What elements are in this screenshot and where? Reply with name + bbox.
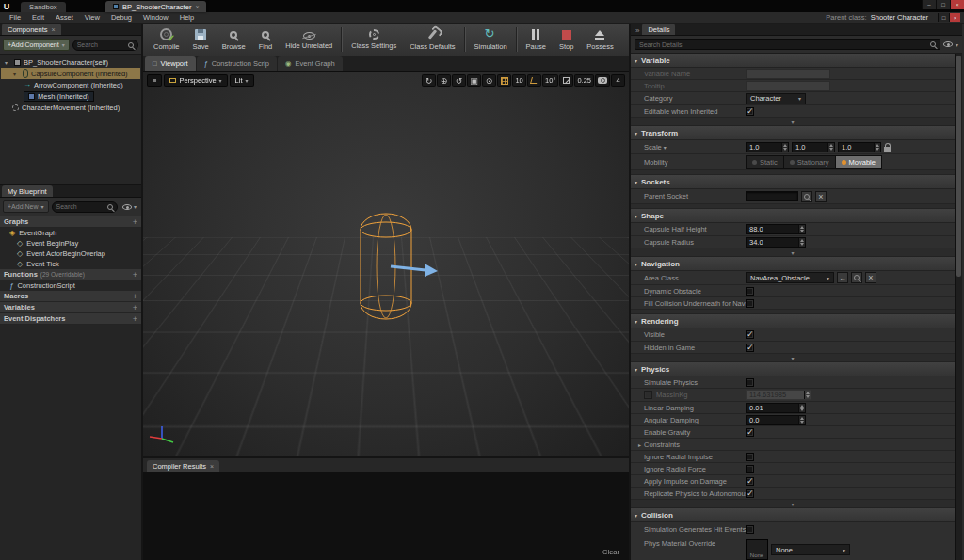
viewport-menu-button[interactable] <box>147 74 162 87</box>
phys-material-thumbnail[interactable]: None <box>746 539 768 560</box>
menu-edit[interactable]: Edit <box>26 13 50 22</box>
compile-button[interactable]: Compile <box>147 24 186 56</box>
view-options-icon[interactable] <box>956 40 958 49</box>
clear-button[interactable]: Clear <box>602 548 619 556</box>
ignore-radial-force-checkbox[interactable] <box>746 465 754 473</box>
simulation-button[interactable]: Simulation <box>468 24 514 56</box>
menu-window[interactable]: Window <box>137 13 174 22</box>
tab-sandbox[interactable]: Sandbox <box>21 2 66 12</box>
capsule-half-height-field[interactable]: 88.0 <box>746 224 806 234</box>
menu-file[interactable]: File <box>4 13 26 22</box>
possess-button[interactable]: Possess <box>580 24 619 56</box>
expander-icon[interactable] <box>5 59 11 66</box>
add-function-icon[interactable] <box>133 270 137 280</box>
chevron-down-icon[interactable] <box>664 143 667 152</box>
angular-damping-field[interactable]: 0.0 <box>746 415 806 425</box>
spinner-icon[interactable] <box>781 143 788 152</box>
minimize-button[interactable] <box>922 0 936 9</box>
visible-checkbox[interactable] <box>746 330 754 339</box>
pause-button[interactable]: Pause <box>520 24 553 56</box>
tab-compiler-results[interactable]: Compiler Results <box>147 460 219 472</box>
use-selected-button[interactable] <box>837 272 848 283</box>
phys-material-dropdown[interactable]: None <box>771 544 850 555</box>
scale-snap-toggle-button[interactable] <box>559 74 573 87</box>
section-physics[interactable]: Physics <box>631 362 955 376</box>
add-new-button[interactable]: +Add New <box>3 200 49 213</box>
close-icon[interactable] <box>210 463 214 470</box>
cycle-transform-tool-button[interactable] <box>422 74 436 87</box>
tab-details[interactable]: Details <box>642 24 675 35</box>
section-variables[interactable]: Variables <box>0 302 141 313</box>
hidden-in-game-checkbox[interactable] <box>746 344 754 352</box>
save-button[interactable]: Save <box>186 24 216 56</box>
property-visibility-icon[interactable] <box>943 41 953 47</box>
scale-tool-button[interactable] <box>467 74 481 87</box>
clear-socket-button[interactable] <box>815 191 827 202</box>
menu-help[interactable]: Help <box>174 13 200 22</box>
clear-area-class-button[interactable] <box>865 272 876 283</box>
class-defaults-button[interactable]: Class Defaults <box>403 24 461 56</box>
tree-row-arrow-component[interactable]: ArrowComponent (Inherited) <box>0 79 141 90</box>
advanced-expander[interactable] <box>631 500 955 508</box>
constraints-expander[interactable]: Constraints <box>631 440 746 449</box>
section-macros[interactable]: Macros <box>0 291 141 302</box>
camera-speed-value-button[interactable]: 4 <box>611 74 625 87</box>
scale-z-field[interactable]: 1.0 <box>838 142 881 152</box>
grid-snap-toggle-button[interactable] <box>497 74 511 87</box>
section-variable[interactable]: Variable <box>631 54 955 68</box>
rotate-tool-button[interactable] <box>452 74 466 87</box>
add-macro-icon[interactable] <box>133 292 137 301</box>
visibility-filter-button[interactable] <box>120 202 138 211</box>
section-sockets[interactable]: Sockets <box>631 175 955 189</box>
tab-event-graph[interactable]: Event Graph <box>278 56 343 71</box>
translate-tool-button[interactable] <box>437 74 451 87</box>
menu-view[interactable]: View <box>79 13 105 22</box>
lit-mode-button[interactable]: Lit <box>230 74 254 87</box>
parent-socket-field[interactable] <box>746 191 798 201</box>
section-functions[interactable]: Functions (29 Overridable) <box>0 269 141 280</box>
tree-row-character-movement[interactable]: CharacterMovement (Inherited) <box>0 102 141 113</box>
tree-row-mesh[interactable]: Mesh (Inherited) <box>0 90 141 102</box>
editable-checkbox[interactable] <box>746 107 754 116</box>
mobility-movable-button[interactable]: Movable <box>836 156 881 168</box>
item-event-actorbeginoverlap[interactable]: Event ActorBeginOverlap <box>0 248 141 259</box>
close-editor-button[interactable] <box>949 13 960 22</box>
scale-x-field[interactable]: 1.0 <box>746 142 789 152</box>
section-collision[interactable]: Collision <box>631 508 955 522</box>
camera-speed-button[interactable] <box>595 74 610 87</box>
menu-asset[interactable]: Asset <box>50 13 79 22</box>
close-icon[interactable] <box>52 26 56 33</box>
section-rendering[interactable]: Rendering <box>631 314 955 328</box>
linear-damping-field[interactable]: 0.01 <box>746 403 806 413</box>
area-class-browse-button[interactable] <box>851 272 862 283</box>
my-blueprint-search-input[interactable] <box>56 203 105 210</box>
details-search-input[interactable] <box>639 41 928 48</box>
section-transform[interactable]: Transform <box>631 126 955 140</box>
socket-search-button[interactable] <box>801 191 812 202</box>
menu-debug[interactable]: Debug <box>105 13 137 22</box>
simulate-physics-checkbox[interactable] <box>746 378 754 387</box>
add-variable-icon[interactable] <box>133 303 137 312</box>
advanced-expander[interactable] <box>631 248 955 257</box>
ignore-radial-impulse-checkbox[interactable] <box>746 453 754 461</box>
scale-y-field[interactable]: 1.0 <box>792 142 835 152</box>
restore-button[interactable] <box>938 13 949 22</box>
tab-overflow-icon[interactable] <box>633 26 642 35</box>
tab-construction-script[interactable]: Construction Scrip <box>197 56 277 71</box>
close-window-button[interactable] <box>950 0 964 9</box>
hit-events-checkbox[interactable] <box>746 525 754 534</box>
hide-unrelated-button[interactable]: Hide Unrelated <box>279 24 339 56</box>
item-event-tick[interactable]: Event Tick <box>0 259 141 269</box>
enable-gravity-checkbox[interactable] <box>746 428 754 437</box>
dynamic-obstacle-checkbox[interactable] <box>746 287 754 296</box>
capsule-radius-field[interactable]: 34.0 <box>746 237 806 248</box>
replicate-physics-checkbox[interactable] <box>746 489 754 498</box>
browse-button[interactable]: Browse <box>216 24 252 56</box>
my-blueprint-search[interactable] <box>52 201 118 213</box>
tab-viewport[interactable]: Viewport <box>145 56 196 71</box>
tab-components[interactable]: Components <box>2 24 61 35</box>
area-class-dropdown[interactable]: NavArea_Obstacle <box>746 272 834 283</box>
fill-collision-checkbox[interactable] <box>746 299 754 308</box>
class-settings-button[interactable]: Class Settings <box>345 24 403 56</box>
advanced-expander[interactable] <box>631 354 955 362</box>
